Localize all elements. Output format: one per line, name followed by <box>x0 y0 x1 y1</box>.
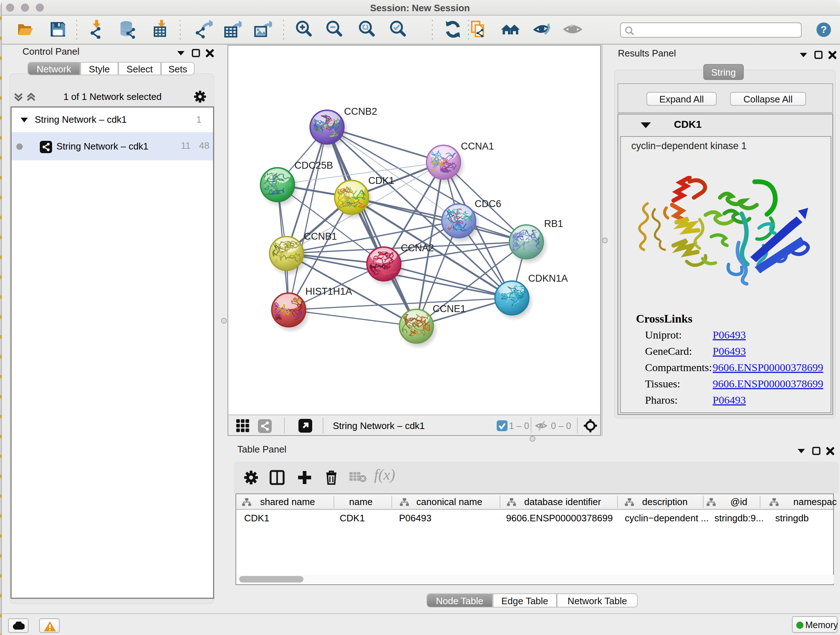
svg-text:CDC25B: CDC25B <box>294 160 333 171</box>
svg-text:CCNB2: CCNB2 <box>344 106 377 117</box>
svg-text:CCNB1: CCNB1 <box>304 231 337 242</box>
svg-text:CDKN1A: CDKN1A <box>528 273 568 284</box>
svg-text:CCNE1: CCNE1 <box>433 303 466 314</box>
svg-text:CDC6: CDC6 <box>475 198 501 209</box>
svg-text:RB1: RB1 <box>544 218 563 229</box>
svg-text:HIST1H1A: HIST1H1A <box>305 286 352 297</box>
svg-text:CDK1: CDK1 <box>368 175 394 186</box>
svg-text:CCNA2: CCNA2 <box>401 242 434 253</box>
svg-text:CCNA1: CCNA1 <box>461 141 494 152</box>
